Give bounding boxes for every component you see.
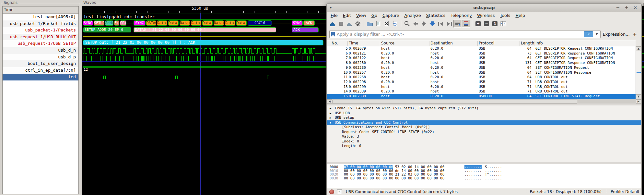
column-divider[interactable] — [429, 41, 429, 46]
field-ack[interactable]: ACK — [303, 20, 315, 26]
signal-row-boot-to-user-design[interactable]: boot_to_user_design — [3, 60, 78, 67]
capture-options-button[interactable] — [354, 20, 362, 28]
signal-row-usb-packet-1-packet-fields[interactable]: usb_packet-1/Packet fields — [3, 20, 78, 27]
field-add[interactable]: Add+ — [105, 20, 113, 26]
filter-bookmark-icon[interactable] — [331, 32, 335, 37]
scroll-right-icon[interactable]: ▶ — [636, 99, 641, 104]
signal-row-usb-packet-1-packets[interactable]: usb_packet-1/Packets — [3, 27, 78, 34]
request-setup-out[interactable]: SETUP out: [ 21 22 03 00 00 00 00 00 ][ … — [83, 40, 323, 45]
signal-row-led[interactable]: led — [3, 74, 78, 80]
scroll-up-icon[interactable]: ▲ — [636, 46, 641, 51]
expand-icon[interactable]: ▶ — [330, 111, 331, 116]
hex-bytes-8-15[interactable]: 53 02 00 14 00 00 00 00 — [395, 165, 444, 169]
column-divider[interactable] — [347, 41, 348, 46]
detail-row-frame-15-64-bytes-on-wire[interactable]: ▶Frame 15: 64 bytes on wire (512 bits), … — [327, 106, 641, 111]
packet-row-10[interactable]: 100.0022570.20.0hostUSB64SET CONFIGURATI… — [327, 70, 636, 75]
field-data[interactable]: Data+ — [236, 20, 247, 26]
packet-row-11[interactable]: 110.002258host0.20.0USB64URB_CONTROL out — [327, 75, 636, 80]
menu-item-capture[interactable]: Capture — [380, 12, 402, 19]
field-data[interactable]: Data+ — [180, 20, 190, 26]
expand-icon[interactable]: ▶ — [330, 106, 331, 111]
field-sync[interactable]: SYNC — [83, 20, 93, 26]
packet-row-9[interactable]: 90.002230host0.20.0USB64SET CONFIGURATIO… — [327, 66, 636, 70]
packet-list-vscrollbar[interactable]: ▲ ▼ — [636, 46, 641, 99]
hex-row-0030[interactable]: 003000 00 00 00 00 00 00 0000 00 00 00 0… — [327, 177, 641, 180]
signal-row-ctrl-in-ep-data-7-0[interactable]: ctrl_in_ep_data[7:0] — [3, 67, 78, 74]
resize-columns-button[interactable] — [499, 20, 508, 28]
hscroll-thumb[interactable] — [332, 100, 577, 104]
packet-data0-21-22-03-00-00-00-00-00[interactable]: DATA0 [ 21 22 03 00 00 00 00 00 ] — [134, 27, 276, 32]
menu-item-edit[interactable]: Edit — [340, 12, 354, 19]
packet-ack[interactable]: ACK — [292, 27, 319, 32]
packet-row-6[interactable]: 60.0021210.20.0hostUSB73GET DESCRIPTOR R… — [327, 51, 636, 56]
field-data[interactable]: Data+ — [157, 20, 167, 26]
maximize-button[interactable]: + — [625, 4, 629, 12]
capture-comment-icon[interactable]: ✎ — [337, 189, 342, 194]
detail-row-usb-urb[interactable]: ▶USB URB — [327, 111, 641, 116]
filter-history-dropdown-icon[interactable]: ▼ — [595, 32, 599, 36]
signal-row-usb-request-1-usb-setup[interactable]: usb_request-1/USB SETUP — [3, 40, 78, 47]
detail-row-request-code-set-control-li[interactable]: Request Code: SET CONTROL LINE STATE (0x… — [327, 130, 641, 135]
zoom-100-button[interactable]: 1 — [491, 20, 499, 28]
detail-row-usb-communications-and-cdc-c[interactable]: ▼USB Communications and CDC Control — [327, 120, 641, 125]
field-crc16[interactable]: CRC16 — [248, 20, 272, 26]
packet-row-15[interactable]: 150.002339host0.20.0USBCOM64SET CONTROL … — [327, 94, 636, 99]
column-header-protocol[interactable]: Protocol — [479, 40, 494, 46]
packet-row-7[interactable]: 70.002122host0.20.0USB64GET DESCRIPTOR R… — [327, 56, 636, 61]
apply-filter-button[interactable]: ➜ — [584, 31, 593, 37]
packet-row-13[interactable]: 130.002299host0.20.0USB71URB_CONTROL out — [327, 85, 636, 90]
add-filter-button[interactable]: + — [632, 31, 639, 37]
detail-row-index-0[interactable]: Index: 0 — [327, 139, 641, 144]
go-first-packet-button[interactable] — [437, 20, 445, 28]
close-button[interactable]: × — [633, 4, 637, 12]
detail-row-subclass-abstract-control[interactable]: [Subclass: Abstract Control Model (0x02)… — [327, 125, 641, 130]
field-data[interactable]: Data+ — [191, 20, 201, 26]
minimize-button[interactable]: − — [616, 4, 620, 12]
close-file-button[interactable] — [382, 20, 391, 28]
column-header-length[interactable]: Length — [521, 40, 534, 46]
zoom-out-button[interactable]: − — [482, 20, 491, 28]
field-e[interactable]: E+ — [114, 20, 119, 26]
hex-bytes-8-15[interactable]: 00 00 00 00 00 00 00 00 — [395, 177, 444, 180]
column-header-info[interactable]: Info — [535, 40, 543, 46]
packet-row-8[interactable]: 80.0022300.20.0hostUSB131GET DESCRIPTOR … — [327, 61, 636, 66]
find-packet-button[interactable] — [403, 20, 411, 28]
menu-item-wireless[interactable]: Wireless — [474, 12, 497, 19]
menu-item-file[interactable]: File — [328, 12, 340, 19]
reload-file-button[interactable] — [391, 20, 399, 28]
status-profile[interactable]: Profile: Default — [611, 189, 639, 194]
field-setup[interactable]: SETUP — [94, 20, 104, 26]
field-data[interactable]: Data+ — [168, 20, 179, 26]
ascii-8-15[interactable]: S....... — [485, 165, 502, 169]
colorize-packets-button[interactable] — [462, 20, 470, 28]
titlebar[interactable]: ▾ usb.pcap − + × — [327, 4, 641, 12]
field-sync[interactable]: SYNC — [292, 20, 303, 26]
detail-row-value-3[interactable]: Value: 3 — [327, 134, 641, 139]
start-capture-button[interactable] — [328, 20, 337, 28]
scroll-down-icon[interactable]: ▼ — [636, 94, 641, 99]
column-divider[interactable] — [534, 41, 534, 46]
menu-item-view[interactable]: View — [354, 12, 369, 19]
packet-row-12[interactable]: 120.0022980.20.0hostUSB71URB_CONTROL out — [327, 80, 636, 85]
expert-info-icon[interactable] — [329, 189, 334, 194]
field-data[interactable]: Data+ — [214, 20, 224, 26]
column-header-time[interactable]: Time — [349, 40, 358, 46]
go-to-packet-button[interactable] — [428, 20, 437, 28]
detail-row-length-0[interactable]: Length: 0 — [327, 144, 641, 149]
detail-row-urb-setup[interactable]: ▶URB setup — [327, 116, 641, 120]
ascii-8-15[interactable]: ........ — [485, 177, 502, 180]
field-data[interactable]: Data+ — [225, 20, 235, 26]
go-last-packet-button[interactable] — [445, 20, 453, 28]
hex-row-0000[interactable]: 000007 00 00 00 00 00 00 0053 02 00 14 0… — [327, 165, 641, 169]
signal-row-usb-request-1-usb-bulk-out[interactable]: usb_request-1/USB BULK OUT — [3, 34, 78, 41]
display-filter-input[interactable]: Apply a display filter ... <Ctrl-/> ➜ ▼ — [329, 30, 601, 38]
column-divider[interactable] — [380, 41, 380, 46]
menu-item-statistics[interactable]: Statistics — [424, 12, 448, 19]
column-divider[interactable] — [520, 41, 520, 46]
restart-capture-button[interactable] — [345, 20, 354, 28]
column-header-source[interactable]: Source — [381, 40, 394, 46]
hex-bytes-0-7[interactable]: 00 00 00 00 00 00 00 00 — [344, 177, 393, 180]
field-sync[interactable]: SYNC — [134, 20, 146, 26]
field-cr[interactable]: CR+ — [120, 20, 126, 26]
ascii-0-7[interactable]: ........ — [464, 177, 482, 180]
